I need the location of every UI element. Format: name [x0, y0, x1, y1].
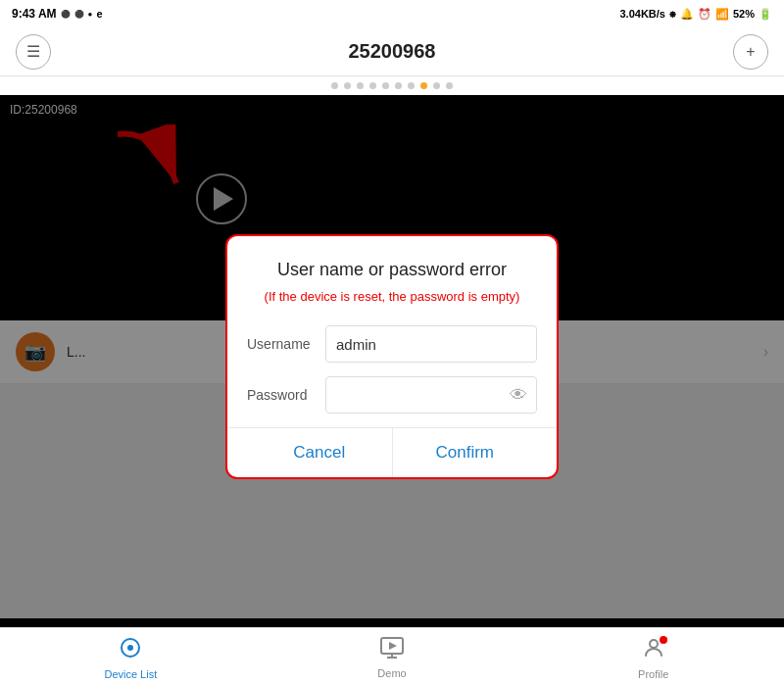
- status-dot1: ⚫: [61, 10, 71, 19]
- status-left: 9:43 AM ⚫ ⚫ ● e: [12, 7, 103, 21]
- modal-overlay: User name or password error (If the devi…: [0, 95, 784, 618]
- add-button[interactable]: +: [733, 34, 768, 70]
- username-label: Username: [247, 336, 325, 352]
- dot-9: [433, 82, 440, 89]
- username-field: Username: [247, 325, 537, 363]
- profile-icon: [642, 636, 665, 665]
- svg-marker-6: [389, 642, 397, 650]
- status-e-label: e: [96, 8, 102, 20]
- dot-7: [408, 82, 415, 89]
- profile-badge: [660, 636, 667, 644]
- password-input-wrap: 👁: [325, 376, 537, 414]
- signal-icon: 📶: [715, 8, 729, 21]
- password-input[interactable]: [325, 376, 537, 414]
- status-dot3: ●: [88, 10, 93, 19]
- dialog-subtitle: (If the device is reset, the password is…: [247, 288, 537, 306]
- svg-point-2: [127, 645, 133, 651]
- alarm-icon: 🔔: [680, 8, 694, 21]
- password-label: Password: [247, 387, 325, 403]
- dialog-actions: Cancel Confirm: [247, 428, 537, 477]
- dot-1: [331, 82, 338, 89]
- tab-profile-label: Profile: [638, 668, 668, 680]
- password-field: Password 👁: [247, 376, 537, 414]
- username-input-wrap: [325, 325, 537, 363]
- menu-icon: ☰: [26, 42, 40, 61]
- username-input[interactable]: [325, 325, 537, 363]
- dot-8: [420, 82, 427, 89]
- dot-10: [446, 82, 453, 89]
- network-speed: 3.04KB/s: [619, 8, 664, 20]
- battery-icon: 🔋: [759, 8, 772, 21]
- tab-profile[interactable]: Profile: [522, 632, 784, 680]
- toggle-password-icon[interactable]: 👁: [510, 385, 527, 406]
- dot-4: [369, 82, 376, 89]
- dialog-title: User name or password error: [247, 260, 537, 280]
- menu-button[interactable]: ☰: [16, 34, 51, 70]
- device-list-icon: [119, 636, 142, 665]
- header-title: 25200968: [349, 40, 436, 63]
- dot-3: [357, 82, 364, 89]
- tab-demo[interactable]: Demo: [262, 633, 523, 679]
- app-header: ☰ 25200968 +: [0, 27, 784, 76]
- dot-2: [344, 82, 351, 89]
- demo-icon: [380, 637, 404, 664]
- svg-point-7: [650, 640, 658, 648]
- status-bar: 9:43 AM ⚫ ⚫ ● e 3.04KB/s ⎈ 🔔 ⏰ 📶 52% 🔋: [0, 0, 784, 27]
- confirm-button[interactable]: Confirm: [393, 428, 538, 477]
- main-content: ID:25200968 📷 L... › User name or p: [0, 95, 784, 618]
- page-dots: [0, 76, 784, 95]
- status-dot2: ⚫: [74, 10, 84, 19]
- time-icon: ⏰: [698, 8, 711, 21]
- tab-demo-label: Demo: [377, 667, 406, 679]
- tab-bar: Device List Demo Profile: [0, 627, 784, 684]
- auth-dialog: User name or password error (If the devi…: [225, 234, 559, 479]
- battery-label: 52%: [733, 8, 755, 20]
- tab-device-list-label: Device List: [104, 668, 157, 680]
- dot-6: [395, 82, 402, 89]
- bluetooth-icon: ⎈: [669, 8, 676, 20]
- add-icon: +: [746, 43, 755, 61]
- status-right: 3.04KB/s ⎈ 🔔 ⏰ 📶 52% 🔋: [619, 8, 772, 21]
- tab-device-list[interactable]: Device List: [0, 632, 262, 680]
- dot-5: [382, 82, 389, 89]
- status-time: 9:43 AM: [12, 7, 57, 21]
- cancel-button[interactable]: Cancel: [247, 428, 392, 477]
